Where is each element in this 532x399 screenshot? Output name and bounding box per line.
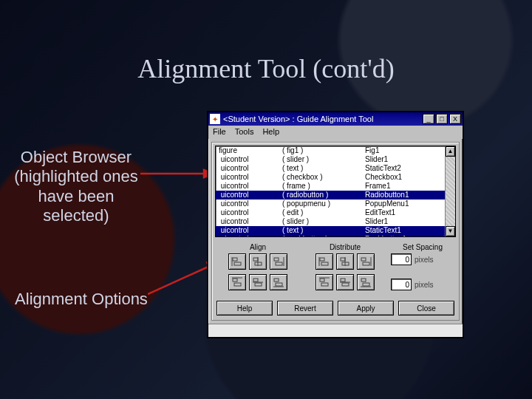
menu-help[interactable]: Help	[262, 127, 279, 137]
callout-alignment-options: Alignment Options	[7, 290, 155, 309]
align-group: Align	[216, 242, 299, 293]
distribute-top-icon[interactable]	[316, 274, 333, 290]
slide-title: Alignment Tool (cont'd)	[0, 53, 532, 84]
titlebar[interactable]: ✦ <Student Version> : Guide Alignment To…	[208, 112, 463, 126]
svg-rect-12	[253, 279, 258, 282]
spacing-group: Set Spacing 0 pixels 0 pixels	[391, 242, 454, 293]
svg-rect-5	[234, 262, 241, 265]
list-item[interactable]: uicontrol( popupmenu )PopupMenu1	[216, 200, 455, 208]
svg-rect-21	[363, 262, 369, 265]
button-bar: Help Revert Apply Close	[212, 298, 459, 320]
svg-rect-27	[363, 283, 369, 286]
minimize-button[interactable]: _	[423, 114, 434, 124]
list-item[interactable]: uicontrol( edit )EditText1	[216, 208, 455, 217]
list-item[interactable]: figure( fig1 )Fig1	[216, 146, 455, 155]
svg-rect-13	[255, 283, 262, 286]
distribute-label: Distribute	[304, 243, 386, 251]
svg-rect-23	[321, 283, 328, 286]
align-bottom-icon[interactable]	[270, 274, 287, 290]
svg-rect-4	[233, 258, 237, 261]
revert-button[interactable]: Revert	[277, 301, 333, 316]
spacing-label: Set Spacing	[391, 243, 454, 251]
svg-rect-18	[341, 258, 345, 261]
svg-rect-11	[234, 283, 241, 286]
help-button[interactable]: Help	[216, 301, 273, 316]
spacing-v-unit: pixels	[415, 256, 434, 264]
distribute-center-h-icon[interactable]	[336, 253, 354, 270]
arrow-to-list	[140, 166, 214, 181]
spacing-h-unit: pixels	[415, 281, 434, 289]
scroll-up-button[interactable]: ▲	[446, 146, 455, 157]
apply-button[interactable]: Apply	[338, 301, 394, 316]
list-item[interactable]: uicontrol( frame )Frame1	[216, 182, 455, 191]
align-label: Align	[216, 243, 299, 251]
alignment-tool-window: ✦ <Student Version> : Guide Alignment To…	[207, 111, 464, 338]
statusbar	[208, 324, 463, 337]
maximize-button[interactable]: □	[436, 114, 448, 124]
svg-rect-17	[321, 262, 328, 265]
callout-object-browser: Object Browser (highlighted ones have be…	[6, 148, 146, 226]
menu-file[interactable]: File	[213, 127, 226, 137]
svg-rect-20	[361, 258, 366, 261]
menubar: File Tools Help	[208, 126, 463, 139]
scrollbar[interactable]: ▲ ▼	[445, 146, 455, 236]
app-icon: ✦	[210, 114, 220, 124]
spacing-h-input[interactable]: 0	[391, 279, 412, 290]
align-right-icon[interactable]	[270, 253, 287, 270]
distribute-group: Distribute	[304, 242, 386, 293]
distribute-center-v-icon[interactable]	[336, 274, 354, 290]
align-center-v-icon[interactable]	[249, 274, 267, 290]
scroll-down-button[interactable]: ▼	[446, 226, 455, 236]
svg-rect-22	[320, 279, 324, 282]
align-center-h-icon[interactable]	[249, 253, 267, 270]
list-item[interactable]: uicontrol( text )StaticText2	[216, 164, 455, 173]
svg-line-2	[148, 266, 210, 294]
svg-rect-8	[274, 258, 279, 261]
object-browser-list[interactable]: figure( fig1 )Fig1 uicontrol( slider )Sl…	[215, 146, 456, 237]
list-item[interactable]: uicontrol( pushbutton )Pushbutton1	[216, 235, 455, 237]
main-panel: figure( fig1 )Fig1 uicontrol( slider )Sl…	[211, 142, 460, 321]
scroll-track[interactable]	[446, 157, 455, 226]
list-item[interactable]: uicontrol( slider )Slider1	[216, 155, 455, 164]
list-item[interactable]: uicontrol( text )StaticText1	[216, 226, 455, 235]
svg-rect-14	[274, 279, 279, 282]
svg-rect-9	[276, 262, 282, 265]
align-top-icon[interactable]	[228, 274, 246, 290]
list-item[interactable]: uicontrol( slider )Slider1	[216, 217, 455, 226]
menu-tools[interactable]: Tools	[235, 127, 254, 137]
svg-rect-15	[276, 283, 282, 286]
close-button-2[interactable]: Close	[398, 301, 454, 316]
list-item[interactable]: uicontrol( radiobutton )Radiobutton1	[216, 191, 455, 200]
svg-rect-10	[233, 279, 237, 282]
spacing-v-input[interactable]: 0	[391, 253, 412, 265]
svg-rect-6	[253, 258, 258, 261]
svg-rect-25	[342, 283, 349, 286]
window-title: <Student Version> : Guide Alignment Tool	[223, 115, 373, 123]
svg-rect-26	[361, 279, 366, 282]
distribute-left-icon[interactable]	[316, 253, 333, 270]
close-button[interactable]: X	[449, 114, 461, 124]
align-left-icon[interactable]	[228, 253, 246, 270]
svg-rect-16	[320, 258, 324, 261]
distribute-right-icon[interactable]	[357, 253, 375, 270]
distribute-bottom-icon[interactable]	[357, 274, 375, 290]
list-item[interactable]: uicontrol( checkbox )Checkbox1	[216, 173, 455, 182]
svg-rect-24	[341, 279, 345, 282]
